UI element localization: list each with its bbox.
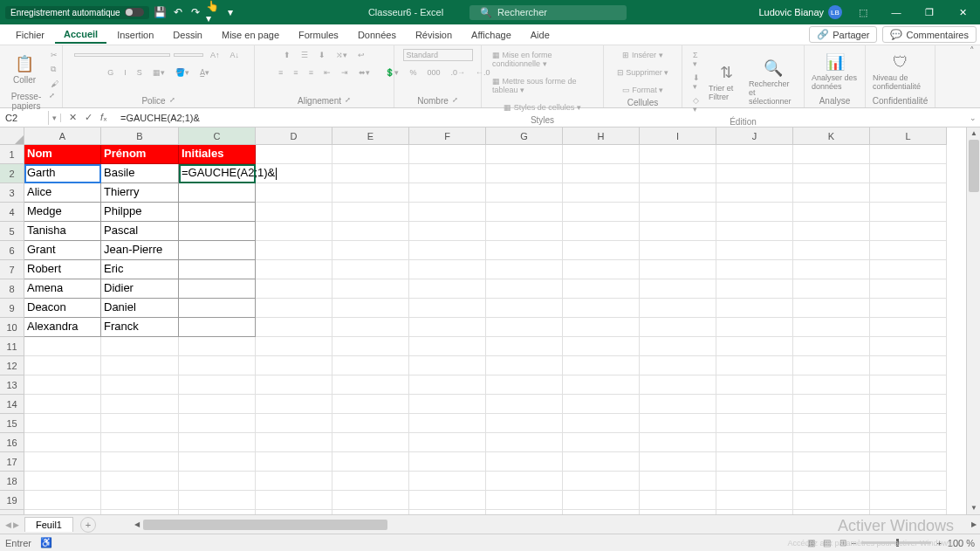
scroll-thumb[interactable]: [143, 520, 387, 530]
cell-G16[interactable]: [486, 433, 563, 452]
cell-J7[interactable]: [716, 260, 793, 279]
cell-E14[interactable]: [332, 395, 409, 414]
align-center-icon[interactable]: ≡: [290, 66, 301, 79]
cell-D17[interactable]: [256, 452, 332, 472]
cell-A13[interactable]: [24, 375, 101, 395]
cell-G6[interactable]: [486, 241, 563, 260]
cell-C13[interactable]: [179, 375, 256, 395]
tab-insertion[interactable]: Insertion: [108, 27, 162, 43]
dialog-launcher-icon[interactable]: ⤢: [49, 92, 55, 111]
cell-C9[interactable]: [179, 299, 256, 318]
cell-D3[interactable]: [256, 183, 332, 203]
cell-E10[interactable]: [332, 318, 409, 337]
align-top-icon[interactable]: ⬆: [280, 49, 294, 61]
row-header-14[interactable]: 14: [0, 395, 24, 414]
page-break-view-icon[interactable]: ⊞: [835, 536, 851, 550]
cell-J20[interactable]: [716, 510, 793, 514]
font-size-dropdown[interactable]: [174, 53, 203, 57]
row-header-9[interactable]: 9: [0, 299, 24, 318]
cell-F19[interactable]: [409, 491, 486, 510]
row-header-3[interactable]: 3: [0, 183, 24, 203]
row-header-11[interactable]: 11: [0, 337, 24, 356]
cell-I19[interactable]: [640, 491, 716, 510]
cell-L5[interactable]: [870, 222, 947, 241]
cell-G11[interactable]: [486, 337, 563, 356]
cell-E19[interactable]: [332, 491, 409, 510]
dialog-launcher-icon[interactable]: ⤢: [452, 96, 458, 106]
cell-L10[interactable]: [870, 318, 947, 337]
row-header-4[interactable]: 4: [0, 203, 24, 222]
cell-E11[interactable]: [332, 337, 409, 356]
sort-filter-button[interactable]: ⇅Trier et Filtrer: [709, 63, 744, 101]
align-middle-icon[interactable]: ☰: [298, 49, 312, 61]
column-header-K[interactable]: K: [793, 127, 870, 145]
cell-A7[interactable]: Robert: [24, 260, 101, 279]
cell-A2[interactable]: Garth: [24, 164, 101, 183]
cell-B1[interactable]: Prénom: [101, 145, 179, 164]
cell-C6[interactable]: [179, 241, 256, 260]
cell-K4[interactable]: [793, 203, 870, 222]
font-family-dropdown[interactable]: [74, 53, 170, 57]
cell-I9[interactable]: [640, 299, 716, 318]
cell-C14[interactable]: [179, 395, 256, 414]
cell-F18[interactable]: [409, 472, 486, 491]
cell-A3[interactable]: Alice: [24, 183, 101, 203]
cell-K12[interactable]: [793, 356, 870, 375]
cell-I16[interactable]: [640, 433, 716, 452]
cell-L2[interactable]: [870, 164, 947, 183]
cell-H3[interactable]: [563, 183, 640, 203]
cell-I12[interactable]: [640, 356, 716, 375]
cells-area[interactable]: NomPrénomInitialesGarthBasile=GAUCHE(A2;…: [24, 145, 947, 514]
cell-J10[interactable]: [716, 318, 793, 337]
cell-D20[interactable]: [256, 510, 332, 514]
align-bottom-icon[interactable]: ⬇: [315, 49, 329, 61]
cell-B15[interactable]: [101, 414, 179, 433]
fill-color-icon[interactable]: 🪣▾: [172, 66, 193, 79]
column-header-A[interactable]: A: [24, 127, 101, 145]
cell-E13[interactable]: [332, 375, 409, 395]
fill-icon[interactable]: ⬇ ▾: [689, 72, 703, 93]
cell-C10[interactable]: [179, 318, 256, 337]
cell-C17[interactable]: [179, 452, 256, 472]
scroll-thumb[interactable]: [969, 140, 979, 192]
row-header-16[interactable]: 16: [0, 433, 24, 452]
cell-F16[interactable]: [409, 433, 486, 452]
cell-H2[interactable]: [563, 164, 640, 183]
cell-H11[interactable]: [563, 337, 640, 356]
scroll-up-icon[interactable]: ▲: [967, 127, 980, 140]
cell-J2[interactable]: [716, 164, 793, 183]
zoom-level[interactable]: 100 %: [948, 538, 975, 548]
user-account[interactable]: Ludovic Bianay LB: [758, 5, 842, 19]
cut-icon[interactable]: ✂: [47, 49, 62, 61]
currency-icon[interactable]: 💲▾: [381, 66, 402, 79]
cell-H6[interactable]: [563, 241, 640, 260]
tab-accueil[interactable]: Accueil: [55, 26, 106, 44]
touch-mode-icon[interactable]: 👆▾: [207, 6, 219, 18]
cell-I20[interactable]: [640, 510, 716, 514]
insert-cells-button[interactable]: ⊞ Insérer ▾: [619, 49, 666, 61]
cell-A5[interactable]: Tanisha: [24, 222, 101, 241]
cell-J14[interactable]: [716, 395, 793, 414]
cell-J12[interactable]: [716, 356, 793, 375]
column-header-E[interactable]: E: [332, 127, 409, 145]
cell-E3[interactable]: [332, 183, 409, 203]
collapse-ribbon-icon[interactable]: ˄: [964, 45, 980, 107]
cell-I4[interactable]: [640, 203, 716, 222]
row-header-19[interactable]: 19: [0, 491, 24, 510]
sensitivity-button[interactable]: 🛡Niveau de confidentialité: [873, 53, 928, 91]
name-box[interactable]: C2: [0, 111, 49, 125]
cell-D11[interactable]: [256, 337, 332, 356]
cell-E12[interactable]: [332, 356, 409, 375]
cell-B17[interactable]: [101, 452, 179, 472]
cell-F3[interactable]: [409, 183, 486, 203]
sheet-tab[interactable]: Feuil1: [24, 517, 73, 532]
cell-G3[interactable]: [486, 183, 563, 203]
cell-L17[interactable]: [870, 452, 947, 472]
cell-G20[interactable]: [486, 510, 563, 514]
cell-E6[interactable]: [332, 241, 409, 260]
cell-L6[interactable]: [870, 241, 947, 260]
sheet-nav-next-icon[interactable]: ▶: [13, 520, 19, 529]
row-header-15[interactable]: 15: [0, 414, 24, 433]
cell-K13[interactable]: [793, 375, 870, 395]
cell-H12[interactable]: [563, 356, 640, 375]
